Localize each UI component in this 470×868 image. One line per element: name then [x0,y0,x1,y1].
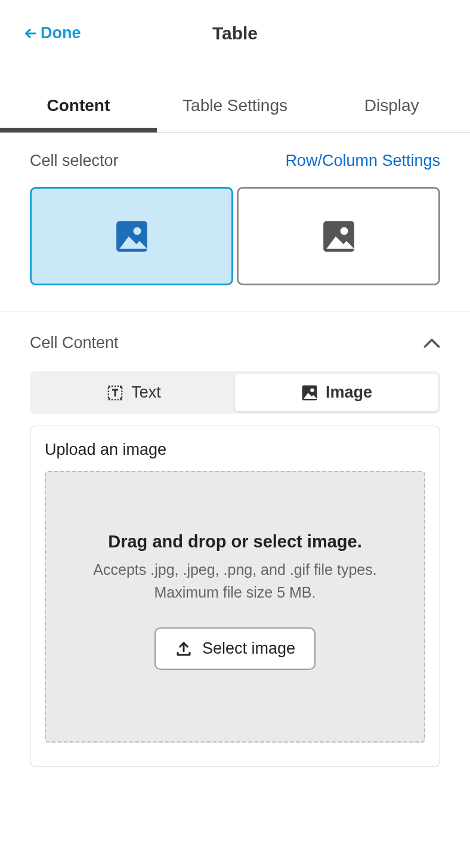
dropzone-sub-line1: Accepts .jpg, .jpeg, .png, and .gif file… [93,561,376,578]
cell-selector-section: Cell selector Row/Column Settings [0,133,470,312]
upload-panel: Upload an image Drag and drop or select … [30,426,440,767]
tab-content[interactable]: Content [0,84,157,132]
dropzone[interactable]: Drag and drop or select image. Accepts .… [45,471,425,743]
cell-2[interactable] [237,187,440,285]
arrow-left-icon [24,27,37,40]
cell-grid [30,187,440,285]
page-title: Table [212,23,258,44]
row-column-settings-link[interactable]: Row/Column Settings [285,152,440,170]
cell-selector-header: Cell selector Row/Column Settings [30,152,440,170]
tab-table-settings[interactable]: Table Settings [157,84,314,132]
svg-point-11 [310,388,314,392]
dropzone-title: Drag and drop or select image. [64,532,406,552]
svg-rect-6 [109,386,110,387]
dropzone-sub-line2: Maximum file size 5 MB. [154,584,316,601]
dropzone-subtitle: Accepts .jpg, .jpeg, .png, and .gif file… [64,559,406,604]
upload-title: Upload an image [45,441,425,459]
toggle-text-label: Text [131,383,161,402]
select-image-button[interactable]: Select image [154,627,316,670]
toggle-image-label: Image [326,383,372,402]
image-icon [301,384,319,402]
cell-1[interactable] [30,187,233,285]
image-icon [320,218,357,255]
header: Done Table [0,0,470,54]
done-button[interactable]: Done [24,24,81,42]
tabs: Content Table Settings Display [0,84,470,133]
upload-icon [175,640,193,658]
tab-display[interactable]: Display [313,84,470,132]
svg-point-2 [133,227,141,235]
toggle-image[interactable]: Image [235,374,438,411]
chevron-up-icon [423,338,440,349]
content-type-toggle: Text Image [30,371,440,414]
toggle-text[interactable]: Text [32,374,235,411]
image-icon [113,218,150,255]
cell-content-label: Cell Content [30,334,119,352]
cell-selector-label: Cell selector [30,152,119,170]
svg-rect-8 [109,398,110,399]
svg-rect-9 [120,398,122,399]
select-image-label: Select image [202,639,295,658]
text-icon [106,384,124,402]
cell-content-header[interactable]: Cell Content [0,312,470,371]
svg-rect-7 [120,386,122,387]
done-label: Done [41,24,81,42]
svg-point-4 [340,227,348,235]
